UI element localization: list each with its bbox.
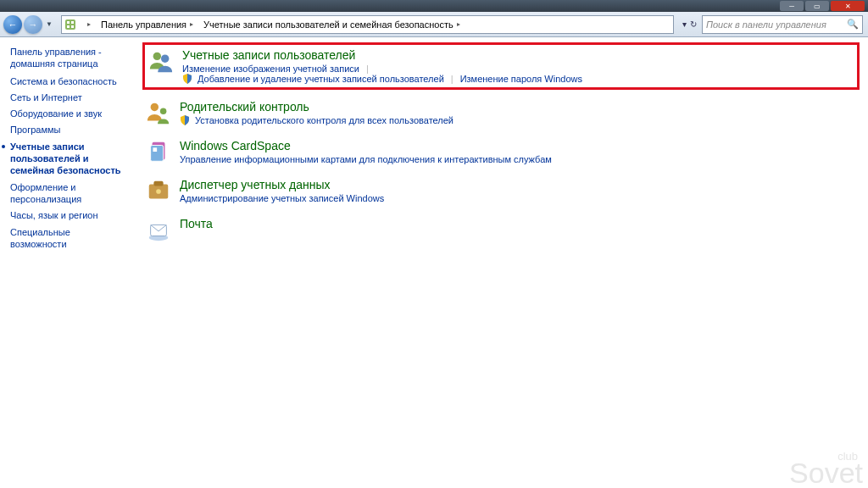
user-accounts-icon <box>148 48 174 74</box>
search-input[interactable]: Поиск в панели управления 🔍 <box>702 15 863 34</box>
link-add-remove-users[interactable]: Добавление и удаление учетных записей по… <box>198 74 444 84</box>
credentials-icon <box>146 178 171 203</box>
sidebar-item-current[interactable]: Учетные записи пользователей и семейная … <box>10 141 129 177</box>
category-title[interactable]: Диспетчер учетных данных <box>180 178 384 191</box>
breadcrumb-cp[interactable]: Панель управления▸ <box>96 19 198 30</box>
svg-point-8 <box>160 108 167 114</box>
control-panel-window: ─ ▭ ✕ ← → ▼ ▸ Панель управления▸ Учетные… <box>0 0 868 488</box>
link-change-picture[interactable]: Изменение изображения учетной записи <box>182 64 359 74</box>
sidebar: Панель управления - домашняя страница Си… <box>0 37 136 488</box>
address-bar[interactable]: ▸ Панель управления▸ Учетные записи поль… <box>61 15 674 34</box>
breadcrumb-root[interactable]: ▸ <box>79 20 96 28</box>
back-button[interactable]: ← <box>3 15 22 34</box>
sidebar-home[interactable]: Панель управления - домашняя страница <box>10 46 129 70</box>
sidebar-item-system[interactable]: Система и безопасность <box>10 75 129 87</box>
sidebar-item-appearance[interactable]: Оформление и персонализация <box>10 181 129 206</box>
svg-rect-13 <box>153 181 163 186</box>
sidebar-item-network[interactable]: Сеть и Интернет <box>10 92 129 103</box>
main-panel: Учетные записи пользователей Изменение и… <box>136 37 868 488</box>
search-icon[interactable]: 🔍 <box>847 19 859 30</box>
svg-point-5 <box>153 53 161 60</box>
parental-icon <box>146 100 171 125</box>
shield-icon <box>182 74 192 84</box>
svg-rect-11 <box>153 147 157 152</box>
category-mail: Почта <box>142 214 860 246</box>
svg-rect-3 <box>67 25 70 28</box>
link-change-password[interactable]: Изменение пароля Windows <box>460 74 582 84</box>
close-button[interactable]: ✕ <box>831 1 865 11</box>
shield-icon <box>180 115 190 125</box>
history-dropdown[interactable]: ▼ <box>44 20 54 28</box>
category-user-accounts: Учетные записи пользователей Изменение и… <box>142 42 860 90</box>
link-credentials-admin[interactable]: Администрирование учетных записей Window… <box>180 193 384 203</box>
svg-rect-2 <box>71 21 74 24</box>
minimize-button[interactable]: ─ <box>780 1 804 11</box>
category-parental: Родительский контроль Установка родитель… <box>142 97 860 129</box>
address-buttons: ▾ ↻ <box>677 19 702 29</box>
link-cardspace-manage[interactable]: Управление информационными картами для п… <box>180 154 552 164</box>
titlebar: ─ ▭ ✕ <box>0 0 868 12</box>
watermark: club Sovet <box>789 452 863 485</box>
category-title[interactable]: Учетные записи пользователей <box>182 48 582 62</box>
svg-rect-1 <box>67 21 70 24</box>
sidebar-item-programs[interactable]: Программы <box>10 124 129 136</box>
breadcrumb-sub[interactable]: Учетные записи пользователей и семейная … <box>198 19 465 30</box>
mail-icon <box>146 217 171 242</box>
svg-rect-4 <box>71 25 74 28</box>
category-title[interactable]: Родительский контроль <box>180 100 453 114</box>
svg-point-14 <box>156 189 161 194</box>
forward-button[interactable]: → <box>24 15 42 34</box>
category-cardspace: Windows CardSpace Управление информацион… <box>142 136 860 168</box>
control-panel-icon <box>64 18 77 31</box>
link-parental-setup[interactable]: Установка родительского контроля для все… <box>195 115 453 125</box>
category-title[interactable]: Windows CardSpace <box>180 139 552 152</box>
sidebar-item-clock[interactable]: Часы, язык и регион <box>10 209 129 221</box>
dropdown-icon[interactable]: ▾ <box>682 19 687 29</box>
content-area: Панель управления - домашняя страница Си… <box>0 37 868 488</box>
category-credentials: Диспетчер учетных данных Администрирован… <box>142 175 860 207</box>
svg-point-6 <box>161 55 169 63</box>
refresh-icon[interactable]: ↻ <box>690 19 697 29</box>
nav-arrows: ← → ▼ <box>0 15 58 34</box>
maximize-button[interactable]: ▭ <box>805 1 829 11</box>
bullet-icon <box>2 145 5 148</box>
svg-rect-0 <box>65 19 75 30</box>
cardspace-icon <box>146 139 171 164</box>
navbar: ← → ▼ ▸ Панель управления▸ Учетные запис… <box>0 12 868 37</box>
svg-point-7 <box>151 103 159 111</box>
sidebar-item-ease[interactable]: Специальные возможности <box>10 226 129 251</box>
sidebar-item-hardware[interactable]: Оборудование и звук <box>10 108 129 119</box>
search-placeholder: Поиск в панели управления <box>706 19 826 30</box>
category-title[interactable]: Почта <box>180 217 213 230</box>
